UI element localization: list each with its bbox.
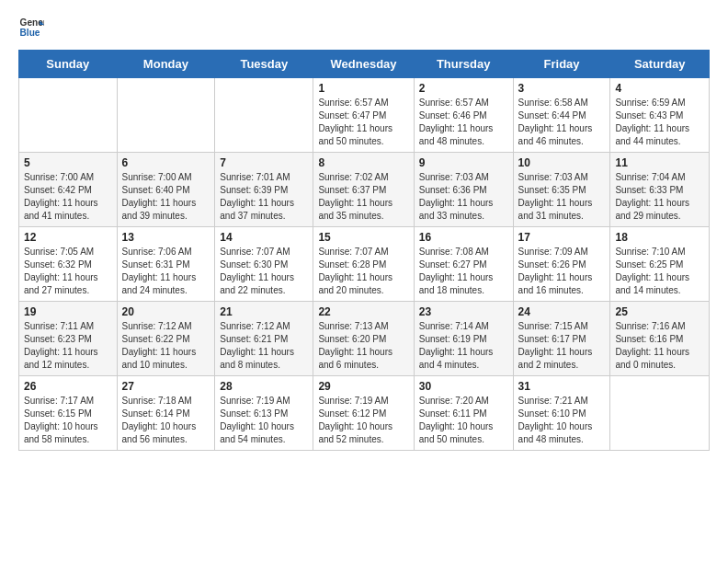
calendar-week-row: 1Sunrise: 6:57 AM Sunset: 6:47 PM Daylig… xyxy=(19,78,710,153)
cell-info: Sunrise: 6:59 AM Sunset: 6:43 PM Dayligh… xyxy=(615,97,704,148)
date-number: 30 xyxy=(419,380,508,393)
calendar-cell: 30Sunrise: 7:20 AM Sunset: 6:11 PM Dayli… xyxy=(414,376,513,451)
date-number: 7 xyxy=(220,156,308,169)
calendar-cell: 18Sunrise: 7:10 AM Sunset: 6:25 PM Dayli… xyxy=(610,227,710,302)
day-header-thursday: Thursday xyxy=(414,51,513,78)
calendar-cell: 6Sunrise: 7:00 AM Sunset: 6:40 PM Daylig… xyxy=(117,153,215,227)
cell-info: Sunrise: 7:06 AM Sunset: 6:31 PM Dayligh… xyxy=(122,246,210,297)
cell-info: Sunrise: 7:03 AM Sunset: 6:36 PM Dayligh… xyxy=(419,171,508,223)
cell-info: Sunrise: 7:18 AM Sunset: 6:14 PM Dayligh… xyxy=(122,395,210,446)
cell-info: Sunrise: 7:07 AM Sunset: 6:28 PM Dayligh… xyxy=(318,246,408,297)
logo: General Blue xyxy=(18,15,44,40)
calendar-cell: 16Sunrise: 7:08 AM Sunset: 6:27 PM Dayli… xyxy=(414,227,513,302)
date-number: 29 xyxy=(318,380,408,393)
svg-text:Blue: Blue xyxy=(20,28,40,38)
cell-info: Sunrise: 7:16 AM Sunset: 6:16 PM Dayligh… xyxy=(615,320,704,372)
calendar-cell: 14Sunrise: 7:07 AM Sunset: 6:30 PM Dayli… xyxy=(215,227,313,302)
cell-info: Sunrise: 7:21 AM Sunset: 6:10 PM Dayligh… xyxy=(518,395,606,446)
logo-icon: General Blue xyxy=(18,15,44,40)
date-number: 26 xyxy=(24,380,112,393)
calendar-cell: 23Sunrise: 7:14 AM Sunset: 6:19 PM Dayli… xyxy=(414,302,513,376)
cell-info: Sunrise: 7:19 AM Sunset: 6:13 PM Dayligh… xyxy=(220,395,308,446)
calendar-cell: 13Sunrise: 7:06 AM Sunset: 6:31 PM Dayli… xyxy=(117,227,215,302)
calendar-cell xyxy=(215,78,313,153)
calendar-cell: 11Sunrise: 7:04 AM Sunset: 6:33 PM Dayli… xyxy=(610,153,710,227)
calendar-cell: 19Sunrise: 7:11 AM Sunset: 6:23 PM Dayli… xyxy=(19,302,118,376)
cell-info: Sunrise: 7:02 AM Sunset: 6:37 PM Dayligh… xyxy=(318,171,408,223)
day-header-monday: Monday xyxy=(117,51,215,78)
cell-info: Sunrise: 7:04 AM Sunset: 6:33 PM Dayligh… xyxy=(615,171,704,223)
cell-info: Sunrise: 7:07 AM Sunset: 6:30 PM Dayligh… xyxy=(220,246,308,297)
date-number: 28 xyxy=(220,380,308,393)
calendar-cell xyxy=(19,78,118,153)
date-number: 24 xyxy=(518,305,606,318)
cell-info: Sunrise: 7:15 AM Sunset: 6:17 PM Dayligh… xyxy=(518,320,606,372)
cell-info: Sunrise: 7:10 AM Sunset: 6:25 PM Dayligh… xyxy=(615,246,704,297)
cell-info: Sunrise: 7:12 AM Sunset: 6:22 PM Dayligh… xyxy=(122,320,210,372)
date-number: 10 xyxy=(518,156,606,169)
date-number: 16 xyxy=(419,231,508,244)
cell-info: Sunrise: 7:05 AM Sunset: 6:32 PM Dayligh… xyxy=(24,246,112,297)
calendar-table: SundayMondayTuesdayWednesdayThursdayFrid… xyxy=(18,50,710,451)
day-header-friday: Friday xyxy=(513,51,610,78)
date-number: 6 xyxy=(122,156,210,169)
calendar-cell xyxy=(610,376,710,451)
cell-info: Sunrise: 7:01 AM Sunset: 6:39 PM Dayligh… xyxy=(220,171,308,223)
date-number: 11 xyxy=(615,156,704,169)
date-number: 2 xyxy=(419,82,508,95)
calendar-header-row: SundayMondayTuesdayWednesdayThursdayFrid… xyxy=(19,51,710,78)
cell-info: Sunrise: 6:57 AM Sunset: 6:47 PM Dayligh… xyxy=(318,97,408,148)
date-number: 25 xyxy=(615,305,704,318)
date-number: 15 xyxy=(318,231,408,244)
date-number: 14 xyxy=(220,231,308,244)
cell-info: Sunrise: 7:11 AM Sunset: 6:23 PM Dayligh… xyxy=(24,320,112,372)
calendar-cell: 20Sunrise: 7:12 AM Sunset: 6:22 PM Dayli… xyxy=(117,302,215,376)
date-number: 21 xyxy=(220,305,308,318)
date-number: 9 xyxy=(419,156,508,169)
cell-info: Sunrise: 7:19 AM Sunset: 6:12 PM Dayligh… xyxy=(318,395,408,446)
calendar-cell: 17Sunrise: 7:09 AM Sunset: 6:26 PM Dayli… xyxy=(513,227,610,302)
date-number: 8 xyxy=(318,156,408,169)
calendar-week-row: 12Sunrise: 7:05 AM Sunset: 6:32 PM Dayli… xyxy=(19,227,710,302)
cell-info: Sunrise: 7:13 AM Sunset: 6:20 PM Dayligh… xyxy=(318,320,408,372)
date-number: 1 xyxy=(318,82,408,95)
cell-info: Sunrise: 7:20 AM Sunset: 6:11 PM Dayligh… xyxy=(419,395,508,446)
calendar-cell: 26Sunrise: 7:17 AM Sunset: 6:15 PM Dayli… xyxy=(19,376,118,451)
day-header-sunday: Sunday xyxy=(19,51,118,78)
day-header-wednesday: Wednesday xyxy=(313,51,414,78)
calendar-week-row: 19Sunrise: 7:11 AM Sunset: 6:23 PM Dayli… xyxy=(19,302,710,376)
calendar-cell: 25Sunrise: 7:16 AM Sunset: 6:16 PM Dayli… xyxy=(610,302,710,376)
cell-info: Sunrise: 7:12 AM Sunset: 6:21 PM Dayligh… xyxy=(220,320,308,372)
calendar-week-row: 26Sunrise: 7:17 AM Sunset: 6:15 PM Dayli… xyxy=(19,376,710,451)
date-number: 17 xyxy=(518,231,606,244)
date-number: 20 xyxy=(122,305,210,318)
calendar-cell: 8Sunrise: 7:02 AM Sunset: 6:37 PM Daylig… xyxy=(313,153,414,227)
calendar-cell xyxy=(117,78,215,153)
date-number: 3 xyxy=(518,82,606,95)
date-number: 19 xyxy=(24,305,112,318)
day-header-tuesday: Tuesday xyxy=(215,51,313,78)
calendar-cell: 31Sunrise: 7:21 AM Sunset: 6:10 PM Dayli… xyxy=(513,376,610,451)
calendar-cell: 28Sunrise: 7:19 AM Sunset: 6:13 PM Dayli… xyxy=(215,376,313,451)
cell-info: Sunrise: 7:03 AM Sunset: 6:35 PM Dayligh… xyxy=(518,171,606,223)
calendar-cell: 2Sunrise: 6:57 AM Sunset: 6:46 PM Daylig… xyxy=(414,78,513,153)
cell-info: Sunrise: 7:00 AM Sunset: 6:40 PM Dayligh… xyxy=(122,171,210,223)
cell-info: Sunrise: 7:08 AM Sunset: 6:27 PM Dayligh… xyxy=(419,246,508,297)
calendar-week-row: 5Sunrise: 7:00 AM Sunset: 6:42 PM Daylig… xyxy=(19,153,710,227)
cell-info: Sunrise: 6:57 AM Sunset: 6:46 PM Dayligh… xyxy=(419,97,508,148)
calendar-cell: 21Sunrise: 7:12 AM Sunset: 6:21 PM Dayli… xyxy=(215,302,313,376)
cell-info: Sunrise: 6:58 AM Sunset: 6:44 PM Dayligh… xyxy=(518,97,606,148)
page-header: General Blue xyxy=(18,15,710,40)
calendar-cell: 7Sunrise: 7:01 AM Sunset: 6:39 PM Daylig… xyxy=(215,153,313,227)
date-number: 18 xyxy=(615,231,704,244)
calendar-cell: 24Sunrise: 7:15 AM Sunset: 6:17 PM Dayli… xyxy=(513,302,610,376)
calendar-cell: 10Sunrise: 7:03 AM Sunset: 6:35 PM Dayli… xyxy=(513,153,610,227)
date-number: 4 xyxy=(615,82,704,95)
date-number: 12 xyxy=(24,231,112,244)
cell-info: Sunrise: 7:00 AM Sunset: 6:42 PM Dayligh… xyxy=(24,171,112,223)
date-number: 22 xyxy=(318,305,408,318)
date-number: 27 xyxy=(122,380,210,393)
calendar-cell: 27Sunrise: 7:18 AM Sunset: 6:14 PM Dayli… xyxy=(117,376,215,451)
cell-info: Sunrise: 7:14 AM Sunset: 6:19 PM Dayligh… xyxy=(419,320,508,372)
calendar-cell: 22Sunrise: 7:13 AM Sunset: 6:20 PM Dayli… xyxy=(313,302,414,376)
